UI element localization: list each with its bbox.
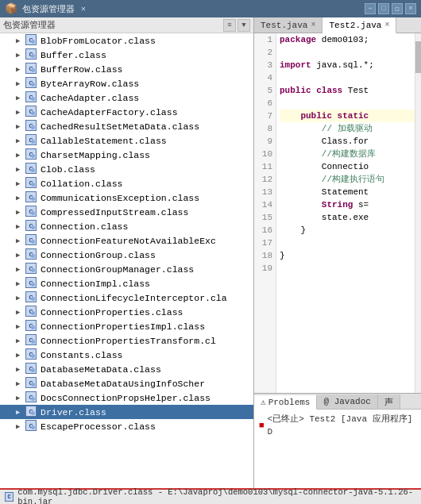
- class-file-icon: C: [25, 191, 38, 204]
- code-line: public class Test: [280, 84, 415, 97]
- file-item[interactable]: ▶ C DocsConnectionPropsHelper.class: [0, 391, 253, 405]
- file-item[interactable]: ▶ C Connection.class: [0, 219, 253, 233]
- file-item[interactable]: ▶ C CommunicationsException.class: [0, 190, 253, 205]
- file-item[interactable]: ▶ C ConnectionFeatureNotAvailableExc: [0, 233, 253, 248]
- tab-javadoc[interactable]: @ Javadoc: [317, 394, 377, 409]
- file-item[interactable]: ▶ C DatabaseMetaDataUsingInfoScher: [0, 376, 253, 391]
- line-number: 13: [254, 186, 276, 198]
- file-item[interactable]: ▶ C Constants.class: [0, 348, 253, 362]
- code-line: }: [280, 224, 415, 237]
- file-item[interactable]: ▶ C Clob.class: [0, 162, 253, 176]
- file-item[interactable]: ▶ C CacheAdapter.class: [0, 90, 253, 105]
- class-file-icon: C: [25, 77, 38, 90]
- file-item-label: DocsConnectionPropsHelper.class: [41, 393, 210, 403]
- editor-scrollbar[interactable]: [415, 33, 421, 393]
- file-item-label: CacheAdapterFactory.class: [41, 107, 178, 117]
- file-item[interactable]: ▶ C ConnectionGroup.class: [0, 248, 253, 262]
- file-item[interactable]: ▶ C ConnectionPropertiesTransform.cl: [0, 333, 253, 348]
- line-number: 16: [254, 224, 276, 237]
- tab-test-java[interactable]: Test.java ×: [254, 17, 323, 33]
- close-button[interactable]: ×: [405, 3, 416, 14]
- code-line: Class.for: [280, 135, 415, 148]
- tab-test2-java-close[interactable]: ×: [384, 21, 389, 29]
- tab-test2-java-label: Test2.java: [329, 21, 381, 30]
- arrow-icon: ▶: [16, 194, 24, 202]
- line-number: 9: [254, 135, 276, 148]
- code-line: //构建执行语句: [280, 173, 415, 186]
- tab-声[interactable]: 声: [378, 394, 400, 409]
- class-file-icon: C: [25, 48, 38, 61]
- arrow-icon: ▶: [16, 137, 24, 145]
- file-item[interactable]: ▶ C ConnectionImpl.class: [0, 276, 253, 290]
- line-number: 1: [254, 33, 276, 46]
- panel-header-title: 包资源管理器: [3, 19, 56, 31]
- code-line: package demo0103;: [280, 33, 415, 46]
- file-item[interactable]: ▶ C BufferRow.class: [0, 62, 253, 76]
- problems-icon: ⚠: [261, 397, 266, 407]
- file-item[interactable]: ▶ C Driver.class: [0, 405, 253, 419]
- tab-test2-java[interactable]: Test2.java ×: [323, 17, 396, 33]
- file-item[interactable]: ▶ C BlobFromLocator.class: [0, 33, 253, 48]
- file-item[interactable]: ▶ C CallableStatement.class: [0, 133, 253, 148]
- line-number: 4: [254, 71, 276, 84]
- file-item-label: ByteArrayRow.class: [41, 79, 139, 89]
- code-line: public static: [280, 110, 415, 122]
- package-icon: 📦: [5, 2, 17, 15]
- arrow-icon: ▶: [16, 79, 24, 88]
- arrow-icon: ▶: [16, 265, 24, 274]
- file-item-label: ConnectionLifecycleInterceptor.cla: [41, 293, 227, 303]
- file-item[interactable]: ▶ C Buffer.class: [0, 48, 253, 62]
- file-item[interactable]: ▶ C EscapeProcessor.class: [0, 419, 253, 433]
- file-item[interactable]: ▶ C ConnectionGroupManager.class: [0, 262, 253, 276]
- file-item[interactable]: ▶ C CachedResultSetMetaData.class: [0, 119, 253, 133]
- tab-test-java-close[interactable]: ×: [311, 21, 315, 29]
- file-item-label: CompressedInputStream.class: [41, 207, 188, 217]
- terminated-icon: ■: [259, 419, 265, 432]
- file-item[interactable]: ▶ C ConnectionLifecycleInterceptor.cla: [0, 290, 253, 305]
- file-item[interactable]: ▶ C DatabaseMetaData.class: [0, 362, 253, 376]
- file-item-label: Connection.class: [41, 221, 128, 232]
- line-number: 18: [254, 249, 276, 262]
- minimize-button[interactable]: −: [365, 3, 376, 14]
- arrow-icon: ▶: [16, 337, 24, 345]
- arrow-icon: ▶: [16, 94, 24, 102]
- code-line: [280, 71, 415, 84]
- file-item[interactable]: ▶ C CharsetMapping.class: [0, 148, 253, 162]
- console-text: <已终止> Test2 [Java 应用程序] D: [268, 413, 416, 438]
- arrow-icon: ▶: [16, 208, 24, 217]
- file-item[interactable]: ▶ C ByteArrayRow.class: [0, 76, 253, 90]
- restore-button[interactable]: ◻: [392, 3, 403, 14]
- file-item-label: CharsetMapping.class: [41, 150, 150, 160]
- class-file-icon: C: [25, 163, 38, 175]
- file-item-label: Collation.class: [41, 179, 123, 189]
- bottom-area: ⚠ Problems @ Javadoc 声 ■ <已终止> Test2 [Ja…: [254, 393, 421, 488]
- arrow-icon: ▶: [16, 37, 24, 45]
- collapse-all-button[interactable]: ≡: [223, 19, 236, 32]
- file-item-label: Driver.class: [41, 407, 106, 417]
- bottom-tabs: ⚠ Problems @ Javadoc 声: [254, 394, 421, 410]
- title-separator: ✕: [81, 4, 86, 13]
- line-number: 10: [254, 148, 276, 160]
- title-bar-icons: − □ ◻ ×: [365, 3, 416, 14]
- tab-javadoc-label: @ Javadoc: [323, 397, 370, 406]
- file-item[interactable]: ▶ C CompressedInputStream.class: [0, 205, 253, 219]
- tab-problems-label: Problems: [268, 398, 311, 407]
- arrow-icon: ▶: [16, 365, 24, 374]
- view-menu-button[interactable]: ▼: [238, 19, 250, 32]
- file-item[interactable]: ▶ C CacheAdapterFactory.class: [0, 105, 253, 119]
- arrow-icon: ▶: [16, 151, 24, 160]
- code-line: // 加载驱动: [280, 122, 415, 135]
- code-content[interactable]: package demo0103;import java.sql.*;publi…: [276, 33, 415, 393]
- console-line-1: ■ <已终止> Test2 [Java 应用程序] D: [259, 413, 416, 438]
- file-item[interactable]: ▶ C ConnectionPropertiesImpl.class: [0, 319, 253, 333]
- maximize-button[interactable]: □: [378, 3, 389, 14]
- line-number: 8: [254, 122, 276, 135]
- file-item[interactable]: ▶ C Collation.class: [0, 176, 253, 190]
- line-number: 19: [254, 262, 276, 275]
- code-line: import java.sql.*;: [280, 59, 415, 71]
- arrow-icon: ▶: [16, 279, 24, 288]
- file-item[interactable]: ▶ C ConnectionProperties.class: [0, 305, 253, 319]
- scrollbar-thumb[interactable]: [415, 41, 421, 73]
- tab-problems[interactable]: ⚠ Problems: [254, 395, 317, 410]
- status-bar: C com.mysql.jdbc.Driver.class - E:\Javap…: [0, 488, 421, 504]
